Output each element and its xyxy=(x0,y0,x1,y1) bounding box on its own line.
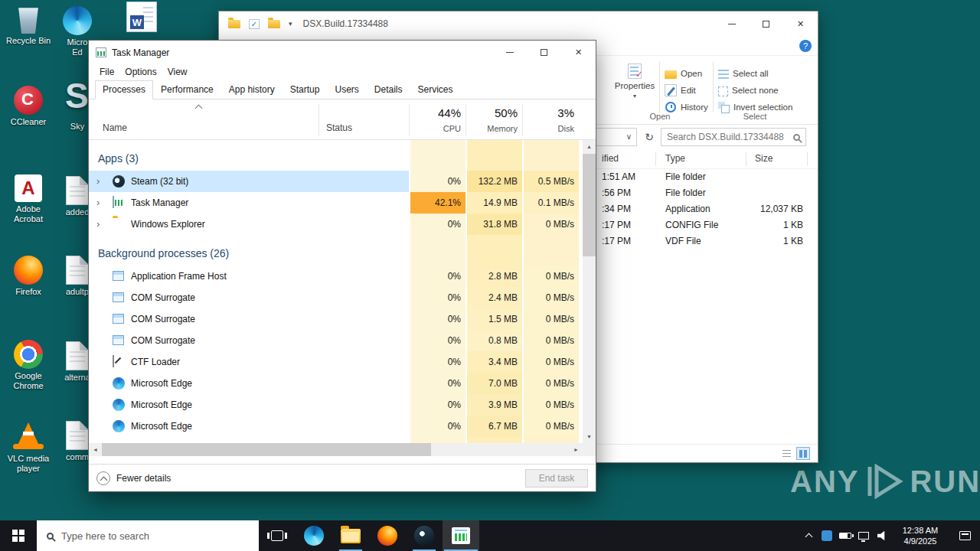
taskbar-edge-icon[interactable] xyxy=(296,520,332,551)
battery-tray-button[interactable] xyxy=(836,520,854,551)
details-view-icon[interactable] xyxy=(779,447,793,460)
column-date-modified[interactable]: ified xyxy=(602,153,619,164)
process-row[interactable]: COM Surrogate 0% 1.5 MB 0 MB/s xyxy=(89,308,583,330)
process-row[interactable]: › Windows Explorer 0% 31.8 MB 0 MB/s xyxy=(89,214,583,235)
explorer-titlebar[interactable]: ✓ ▾ DSX.Build.17334488 ✕ xyxy=(219,11,818,36)
taskmgr-titlebar[interactable]: Task Manager ✕ xyxy=(89,41,596,64)
taskbar-search[interactable]: Type here to search xyxy=(37,520,259,551)
help-icon[interactable]: ? xyxy=(799,40,812,52)
explorer-maximize-button[interactable] xyxy=(749,11,783,36)
desktop-icon-word[interactable] xyxy=(115,2,168,34)
horizontal-scrollbar-thumb[interactable] xyxy=(102,443,431,456)
fewer-details-icon[interactable] xyxy=(96,471,110,485)
tab-users[interactable]: Users xyxy=(327,80,366,99)
menu-file[interactable]: File xyxy=(94,67,119,77)
column-disk[interactable]: Disk xyxy=(524,124,574,133)
speaker-tray-button[interactable] xyxy=(873,520,891,551)
hidden-icons-button[interactable] xyxy=(799,520,818,551)
thumbnail-view-icon[interactable] xyxy=(796,447,810,460)
column-type[interactable]: Type xyxy=(665,153,685,164)
tab-startup[interactable]: Startup xyxy=(283,80,328,99)
process-group-label: Background processes (26) xyxy=(98,247,229,259)
end-task-button[interactable]: End task xyxy=(525,469,588,487)
column-name[interactable]: Name xyxy=(103,122,127,133)
process-row[interactable]: CTF Loader 0% 3.4 MB 0 MB/s xyxy=(89,351,583,373)
process-row[interactable]: › Steam (32 bit) 0% 132.2 MB 0.5 MB/s xyxy=(89,171,583,192)
process-group-row[interactable]: Apps (3) xyxy=(89,140,583,171)
cpu-cell: 0% xyxy=(410,266,466,287)
column-status[interactable]: Status xyxy=(326,122,352,133)
taskmgr-maximize-button[interactable] xyxy=(527,41,561,64)
desktop-icon-firefox[interactable]: Firefox xyxy=(2,256,55,297)
process-row[interactable]: Microsoft Edge 0% 3.9 MB 0 MB/s xyxy=(89,394,583,416)
expand-chevron-icon[interactable]: › xyxy=(96,197,100,208)
tab-details[interactable]: Details xyxy=(367,80,410,99)
horizontal-scrollbar[interactable]: ◄ ► xyxy=(89,443,583,456)
action-center-button[interactable] xyxy=(949,520,980,551)
process-row[interactable]: Microsoft Edge 0% 6.7 MB 0 MB/s xyxy=(89,416,583,437)
taskbar-taskview-button[interactable] xyxy=(259,520,296,551)
disk-cell: 0.5 MB/s xyxy=(524,171,579,192)
network-tray-button[interactable] xyxy=(854,520,873,551)
scroll-up-icon[interactable]: ▲ xyxy=(583,140,596,153)
explorer-minimize-button[interactable] xyxy=(714,11,749,36)
menu-options[interactable]: Options xyxy=(119,67,162,77)
memory-cell: 2.8 MB xyxy=(467,266,522,287)
process-row[interactable]: Microsoft Edge 0% 7.0 MB 0 MB/s xyxy=(89,373,583,394)
taskbar-clock[interactable]: 12:38 AM 4/9/2025 xyxy=(891,525,949,546)
desktop-icon-label: Firefox xyxy=(15,287,41,297)
desktop-icon-recycle-bin[interactable]: Recycle Bin xyxy=(2,6,55,46)
edit-button[interactable]: Edit xyxy=(665,82,708,99)
taskbar-apps xyxy=(259,520,479,551)
refresh-icon[interactable]: ↻ xyxy=(641,128,658,146)
desktop-icon-vlc[interactable]: VLC media player xyxy=(2,422,55,474)
select-all-button[interactable]: Select all xyxy=(718,65,792,82)
desktop-icon-adobe[interactable]: Adobe Acrobat xyxy=(2,174,55,224)
desktop-icon-chrome[interactable]: Google Chrome xyxy=(2,340,55,391)
tab-processes[interactable]: Processes xyxy=(95,80,153,99)
taskmgr-icon xyxy=(452,527,470,544)
tab-app-history[interactable]: App history xyxy=(221,80,283,99)
explorer-close-button[interactable]: ✕ xyxy=(783,11,818,36)
address-dropdown-icon[interactable]: ∨ xyxy=(626,132,632,141)
desktop-icon-ccleaner[interactable]: CCleaner xyxy=(2,86,55,127)
taskmgr-close-button[interactable]: ✕ xyxy=(561,41,596,64)
open-button[interactable]: Open xyxy=(665,65,708,82)
taskbar-steam-icon[interactable] xyxy=(406,520,443,551)
properties-button[interactable]: Properties ▾ xyxy=(612,64,657,99)
process-row[interactable]: COM Surrogate 0% 2.4 MB 0 MB/s xyxy=(89,287,583,308)
disk-cell: 0 MB/s xyxy=(524,214,579,235)
vertical-scrollbar-thumb[interactable] xyxy=(583,154,596,256)
scroll-down-icon[interactable]: ▼ xyxy=(583,430,596,443)
taskmgr-minimize-button[interactable] xyxy=(492,41,527,64)
quick-access-new-folder-icon[interactable] xyxy=(268,20,280,28)
column-size[interactable]: Size xyxy=(755,153,773,164)
scroll-right-icon[interactable]: ► xyxy=(570,443,583,456)
desktop-icon-label: Recycle Bin xyxy=(6,36,51,46)
tab-performance[interactable]: Performance xyxy=(153,80,221,99)
process-row[interactable]: › Task Manager 42.1% 14.9 MB 0.1 MB/s xyxy=(89,192,583,214)
fewer-details-label[interactable]: Fewer details xyxy=(116,473,171,484)
process-row[interactable]: COM Surrogate 0% 0.8 MB 0 MB/s xyxy=(89,330,583,351)
process-group-row[interactable]: Background processes (26) xyxy=(89,235,583,266)
menu-view[interactable]: View xyxy=(162,67,193,77)
taskbar-firefox-icon[interactable] xyxy=(369,520,406,551)
explorer-search-box[interactable]: Search DSX.Build.17334488 xyxy=(661,128,806,146)
quick-access-properties-icon[interactable]: ✓ xyxy=(249,19,260,29)
expand-chevron-icon[interactable]: › xyxy=(96,218,100,230)
expand-chevron-icon[interactable]: › xyxy=(96,175,100,187)
taskbar-taskmgr-icon[interactable] xyxy=(443,520,479,551)
quick-access-customize-icon[interactable]: ▾ xyxy=(289,20,292,28)
column-cpu[interactable]: CPU xyxy=(410,124,461,133)
select-none-button[interactable]: Select none xyxy=(718,82,792,99)
taskbar-explorer-icon[interactable] xyxy=(332,520,369,551)
tab-services[interactable]: Services xyxy=(410,80,461,99)
process-row[interactable]: Application Frame Host 0% 2.8 MB 0 MB/s xyxy=(89,266,583,287)
vertical-scrollbar[interactable]: ▲ ▼ xyxy=(583,140,596,443)
start-button[interactable] xyxy=(0,520,37,551)
file-date-modified: 1:51 AM xyxy=(602,171,635,182)
agent-tray-button[interactable] xyxy=(818,520,836,551)
memory-cell: 6.7 MB xyxy=(467,416,522,437)
column-memory[interactable]: Memory xyxy=(467,124,518,133)
scroll-left-icon[interactable]: ◄ xyxy=(89,443,102,456)
